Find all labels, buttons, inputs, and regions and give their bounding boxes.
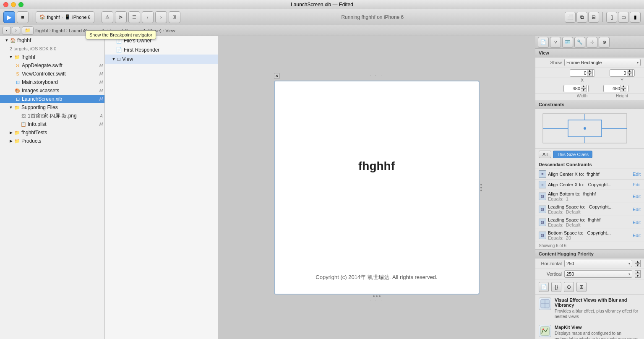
- canvas-close-button[interactable]: ✕: [274, 73, 280, 79]
- nav-item-viewcontroller[interactable]: S ViewController.swift M: [0, 70, 104, 78]
- nav-item-images[interactable]: 🎨 Images.xcassets M: [0, 86, 104, 95]
- y-stepper-down[interactable]: ▼: [627, 73, 633, 77]
- constraint-edit-3[interactable]: Edit: [633, 194, 641, 199]
- nav-item-fhghhf-group[interactable]: ▼ 📁 fhghhf: [0, 53, 104, 61]
- stop-button[interactable]: ■: [17, 11, 29, 23]
- view-icon: □: [117, 56, 120, 62]
- x-stepper-down[interactable]: ▼: [587, 73, 593, 77]
- standard-editor-button[interactable]: ⬜: [565, 12, 576, 23]
- version-editor-button[interactable]: ⊟: [588, 12, 599, 23]
- canvas: · · · ✕ fhghhf Copyright (c) 2014年 凯世瑞达.…: [218, 36, 535, 339]
- disclosure-tests[interactable]: ▶: [9, 130, 13, 135]
- constraint-edit-2[interactable]: Edit: [633, 182, 641, 187]
- inspector-tab-identity[interactable]: 🪪: [562, 37, 573, 48]
- disclosure-view[interactable]: ▼: [112, 57, 116, 61]
- constraint-text-4: Leading Space to: Copyright...Equals: De…: [548, 204, 631, 214]
- xib-item-view[interactable]: ▼ □ View: [105, 55, 218, 64]
- bottom-panel-button[interactable]: ▭: [618, 12, 629, 23]
- constraint-edit-1[interactable]: Edit: [633, 172, 641, 177]
- nav-item-launchscreen[interactable]: ⊡ LaunchScreen.xib M: [0, 95, 104, 103]
- constraint-row-3: ⊡ Align Bottom to: fhghhfEquals: 1 Edit: [535, 190, 644, 203]
- close-button[interactable]: [3, 2, 8, 7]
- breadcrumb-fhghhf1[interactable]: fhghhf: [35, 28, 48, 33]
- nav-item-appdelegate[interactable]: S AppDelegate.swift M: [0, 61, 104, 70]
- minimize-button[interactable]: [11, 2, 16, 7]
- nav-item-supporting[interactable]: ▼ 📁 Supporting Files: [0, 103, 104, 112]
- nav-item-info-plist[interactable]: 📋 Info.plist M: [0, 120, 104, 128]
- height-stepper-down[interactable]: ▼: [621, 89, 626, 92]
- disclosure-products[interactable]: ▶: [9, 139, 13, 143]
- nav-list-button[interactable]: ☰: [128, 11, 140, 23]
- disclosure-fhghhf[interactable]: ▼: [9, 55, 13, 59]
- file-icon[interactable]: 📁: [22, 26, 34, 35]
- inspector-tab-quickhelp[interactable]: ?: [550, 37, 561, 48]
- disclosure-supporting[interactable]: ▼: [9, 105, 13, 110]
- prev-button[interactable]: ‹: [142, 11, 154, 23]
- horizontal-stepper-up[interactable]: ▲: [635, 260, 641, 263]
- showing-label: Showing 6 of 6: [535, 242, 644, 250]
- breadcrumb-launchscreen-base[interactable]: LaunchScreen.xib (Base): [110, 28, 162, 33]
- inspector-tab-size[interactable]: ⊹: [587, 37, 597, 48]
- inspector-panel: 📄 ? 🪪 🔧 ⊹ ⊛ View Show Frame Rectangle ▾: [535, 36, 644, 339]
- targets-label: 2 targets, iOS SDK 8.0: [10, 46, 103, 51]
- nav-item-fhghhftests[interactable]: ▶ 📁 fhghhfTests: [0, 128, 104, 137]
- separator-1: [32, 12, 32, 22]
- height-input[interactable]: 480 ▲ ▼: [603, 85, 628, 92]
- horizontal-dropdown[interactable]: 250 ▾: [564, 260, 632, 267]
- nav-item-products[interactable]: ▶ 📁 Products: [0, 137, 104, 145]
- breadcrumb-fhghhf2[interactable]: fhghhf: [52, 28, 65, 33]
- constraint-edit-6[interactable]: Edit: [633, 233, 641, 238]
- tab-all[interactable]: All: [539, 151, 551, 158]
- xib-item-firstresponder[interactable]: 📄 First Responder: [105, 45, 218, 55]
- warnings-button[interactable]: ⚠: [102, 11, 113, 23]
- canvas-bottom-bar: · · ·: [274, 298, 480, 302]
- assistant-editor-button[interactable]: ⧉: [576, 12, 587, 23]
- inspector-tab-attributes[interactable]: 🔧: [574, 37, 585, 48]
- left-panel-button[interactable]: ▯: [606, 12, 617, 23]
- disclosure-root[interactable]: ▼: [5, 38, 9, 42]
- nav-back-button[interactable]: ‹: [3, 27, 11, 34]
- firstresponder-icon: 📄: [116, 47, 122, 53]
- vertical-stepper-up[interactable]: ▲: [635, 270, 641, 274]
- xib-item-filesowner[interactable]: 📄 File's Owner: [105, 36, 218, 45]
- constraint-icon-3: ⊡: [539, 193, 546, 200]
- nav-item-mainstoryboard[interactable]: ⊡ Main.storyboard M: [0, 78, 104, 86]
- breakpoints-button[interactable]: ⊳: [115, 11, 127, 23]
- maximize-button[interactable]: [18, 2, 23, 7]
- bottom-icon-grid[interactable]: ⊞: [576, 282, 587, 292]
- hierarchy-button[interactable]: ⊞: [169, 11, 180, 23]
- width-input[interactable]: 480 ▲ ▼: [563, 85, 589, 92]
- resize-handle-right[interactable]: [480, 181, 484, 194]
- xib-tree-panel: 📄 File's Owner 📄 First Responder ▼ □ Vie…: [105, 36, 218, 339]
- breadcrumb-launchscreen[interactable]: LaunchScreen.xib: [69, 28, 106, 33]
- breadcrumb-view[interactable]: View: [165, 28, 175, 33]
- scheme-selector[interactable]: 🏠 fhghhf › 📱 iPhone 6: [36, 11, 94, 23]
- constraint-edit-4[interactable]: Edit: [633, 207, 641, 212]
- folder-icon-products: 📁: [14, 138, 20, 144]
- constraint-icon-4: ⊡: [539, 206, 546, 213]
- show-dropdown[interactable]: Frame Rectangle ▾: [564, 59, 641, 66]
- constraint-edit-5[interactable]: Edit: [633, 220, 641, 225]
- nav-badge-appdelegate: M: [99, 63, 103, 68]
- bottom-icon-file[interactable]: 📄: [539, 282, 549, 292]
- bottom-icon-circle[interactable]: ⊙: [564, 282, 574, 292]
- nav-forward-button[interactable]: ›: [12, 27, 20, 34]
- horizontal-stepper-down[interactable]: ▼: [635, 263, 641, 267]
- next-button[interactable]: ›: [155, 11, 167, 23]
- inspector-view-label: View: [539, 50, 549, 55]
- nav-item-splash-png[interactable]: 🖼 1首席e家-闪屏-新.png A: [0, 112, 104, 120]
- vertical-dropdown[interactable]: 250 ▾: [564, 270, 632, 278]
- nav-item-root[interactable]: ▼ 🏠 fhghhf: [0, 36, 104, 44]
- vertical-stepper-down[interactable]: ▼: [635, 274, 641, 278]
- x-input[interactable]: 0 ▲ ▼: [570, 69, 595, 77]
- run-button[interactable]: ▶: [3, 11, 15, 23]
- inspector-tab-file[interactable]: 📄: [538, 37, 549, 48]
- nav-label-products: Products: [21, 138, 103, 144]
- right-panel-button[interactable]: ▮: [630, 12, 641, 23]
- bottom-icon-curly[interactable]: {}: [551, 282, 561, 292]
- vertical-arrow: ▾: [628, 272, 630, 276]
- width-stepper-down[interactable]: ▼: [581, 89, 587, 92]
- y-input[interactable]: 0 ▲ ▼: [610, 69, 635, 77]
- inspector-tab-connections[interactable]: ⊛: [599, 37, 610, 48]
- tab-this-size[interactable]: This Size Class: [553, 151, 592, 158]
